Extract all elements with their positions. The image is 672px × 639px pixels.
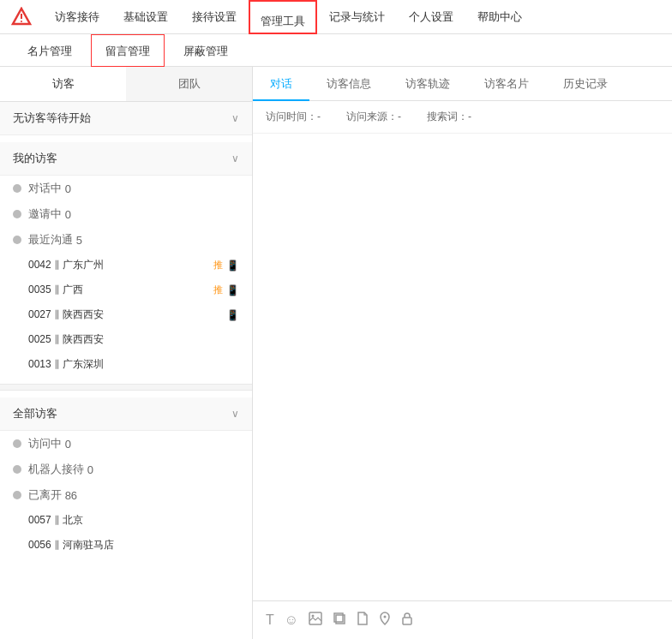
nav-reception-settings[interactable]: 接待设置 (180, 0, 249, 34)
list-item[interactable]: 0057 ‖ 北京 (0, 508, 252, 533)
image-icon[interactable] (309, 612, 322, 629)
visitor-list: 无访客等待开始 ∨ 我的访客 ∨ 对话中 0 邀请中 0 (0, 102, 252, 639)
app-logo (9, 4, 34, 30)
stat-left-count: 86 (65, 489, 77, 502)
file-icon[interactable] (357, 612, 369, 629)
stat-visiting: 访问中 0 (0, 431, 252, 457)
svg-rect-3 (309, 612, 321, 624)
all-visitors-title: 全部访客 (13, 406, 57, 421)
my-visitors-header[interactable]: 我的访客 ∨ (0, 142, 252, 176)
stat-inviting: 邀请中 0 (0, 201, 252, 227)
all-visitors-section: 全部访客 ∨ 访问中 0 机器人接待 0 已离开 86 0057 ‖ 北京 (0, 391, 252, 564)
list-item[interactable]: 0035 ‖ 广西 推 📱 (0, 278, 252, 302)
tab-history[interactable]: 历史记录 (546, 67, 625, 101)
svg-point-4 (312, 615, 315, 618)
dot-recent (13, 236, 21, 244)
list-item[interactable]: 0013 ‖ 广东深圳 (0, 352, 252, 377)
recent-header: 最近沟通 5 (0, 227, 252, 253)
text-icon[interactable]: T (266, 612, 274, 628)
visitor-actions-0027: 📱 (226, 309, 239, 321)
visitor-team-tabs: 访客 团队 (0, 67, 252, 102)
visitor-actions-0035: 推 📱 (213, 284, 239, 296)
lock-icon[interactable] (401, 612, 413, 629)
emoji-icon[interactable]: ☺ (285, 612, 298, 628)
stat-inviting-count: 0 (65, 208, 71, 221)
nav-management-tools[interactable]: 管理工具 (249, 0, 317, 34)
right-tabs: 对话 访客信息 访客轨迹 访客名片 历史记录 (253, 67, 672, 101)
visitor-name-0027: 0027 ‖ 陕西西安 (28, 308, 104, 322)
tab-visitor-card[interactable]: 访客名片 (467, 67, 546, 101)
waiting-chevron: ∨ (231, 112, 239, 124)
phone-icon-0042: 📱 (226, 260, 239, 272)
push-tag-0035: 推 (213, 284, 223, 296)
stat-left-label: 已离开 (28, 487, 62, 503)
all-visitors-chevron: ∨ (231, 408, 239, 420)
svg-point-2 (21, 21, 22, 22)
main-layout: 访客 团队 无访客等待开始 ∨ 我的访客 ∨ 对话中 0 (0, 67, 672, 639)
recent-count: 5 (76, 234, 82, 247)
tab-visitor-info[interactable]: 访客信息 (309, 67, 388, 101)
visit-source: 访问来源：- (346, 110, 401, 124)
list-item[interactable]: 0042 ‖ 广东广州 推 📱 (0, 253, 252, 278)
visitor-name-0035: 0035 ‖ 广西 (28, 283, 83, 297)
dot-inviting (13, 210, 21, 218)
search-word: 搜索词：- (427, 110, 471, 124)
subnav-message-management[interactable]: 留言管理 (91, 34, 165, 67)
stat-visiting-count: 0 (65, 438, 71, 451)
visit-time: 访问时间：- (266, 110, 321, 124)
visitor-name-0042: 0042 ‖ 广东广州 (28, 258, 104, 272)
subnav-shield-management[interactable]: 屏蔽管理 (169, 34, 243, 67)
top-navigation: 访客接待 基础设置 接待设置 管理工具 记录与统计 个人设置 帮助中心 (0, 0, 672, 34)
my-visitors-section: 我的访客 ∨ 对话中 0 邀请中 0 最近沟通 5 0042 ‖ (0, 135, 252, 384)
stat-visiting-label: 访问中 (28, 436, 62, 451)
visitor-actions-0042: 推 📱 (213, 259, 239, 272)
tab-visitor-track[interactable]: 访客轨迹 (388, 67, 467, 101)
stat-inviting-label: 邀请中 (28, 206, 62, 222)
waiting-section-header[interactable]: 无访客等待开始 ∨ (0, 102, 252, 135)
phone-icon-0035: 📱 (226, 284, 239, 296)
my-visitors-title: 我的访客 (13, 151, 57, 166)
sub-navigation: 名片管理 留言管理 屏蔽管理 (0, 34, 672, 67)
my-visitors-chevron: ∨ (231, 152, 239, 164)
list-item[interactable]: 0027 ‖ 陕西西安 📱 (0, 302, 252, 327)
subnav-card-management[interactable]: 名片管理 (13, 34, 87, 67)
recent-label: 最近沟通 (28, 232, 73, 248)
dot-chatting (13, 184, 21, 193)
dot-left (13, 491, 21, 499)
svg-point-7 (384, 616, 387, 618)
section-separator (0, 384, 252, 391)
tab-visitor[interactable]: 访客 (0, 67, 126, 101)
list-item[interactable]: 0025 ‖ 陕西西安 (0, 327, 252, 352)
dot-visiting (13, 439, 21, 448)
all-visitors-header[interactable]: 全部访客 ∨ (0, 397, 252, 431)
stat-chatting: 对话中 0 (0, 176, 252, 201)
stat-robot-label: 机器人接待 (28, 462, 84, 477)
waiting-title: 无访客等待开始 (13, 110, 91, 126)
tab-conversation[interactable]: 对话 (253, 67, 309, 101)
stat-chatting-label: 对话中 (28, 181, 62, 196)
nav-visitor-reception[interactable]: 访客接待 (43, 0, 111, 34)
stat-chatting-count: 0 (65, 182, 71, 195)
visitor-name-0057: 0057 ‖ 北京 (28, 513, 83, 528)
nav-personal-settings[interactable]: 个人设置 (397, 0, 465, 34)
nav-help-center[interactable]: 帮助中心 (465, 0, 534, 34)
visitor-name-0056: 0056 ‖ 河南驻马店 (28, 538, 114, 552)
tab-team[interactable]: 团队 (126, 67, 252, 101)
location-icon[interactable] (379, 612, 391, 629)
visitor-name-0013: 0013 ‖ 广东深圳 (28, 357, 104, 372)
list-item[interactable]: 0056 ‖ 河南驻马店 (0, 533, 252, 558)
crop-icon[interactable] (333, 612, 346, 629)
visitor-info-bar: 访问时间：- 访问来源：- 搜索词：- (253, 101, 672, 134)
stat-left: 已离开 86 (0, 482, 252, 508)
chat-toolbar: T ☺ (253, 600, 672, 639)
chat-area (253, 134, 672, 600)
left-panel: 访客 团队 无访客等待开始 ∨ 我的访客 ∨ 对话中 0 (0, 67, 253, 639)
right-panel: 对话 访客信息 访客轨迹 访客名片 历史记录 访问时间：- 访问来源：- 搜索词… (253, 67, 672, 639)
dot-robot (13, 465, 21, 474)
push-tag-0042: 推 (213, 259, 223, 272)
nav-basic-settings[interactable]: 基础设置 (111, 0, 180, 34)
visitor-name-0025: 0025 ‖ 陕西西安 (28, 332, 104, 347)
phone-icon-0027: 📱 (226, 309, 239, 321)
nav-records-stats[interactable]: 记录与统计 (317, 0, 397, 34)
stat-robot: 机器人接待 0 (0, 457, 252, 482)
